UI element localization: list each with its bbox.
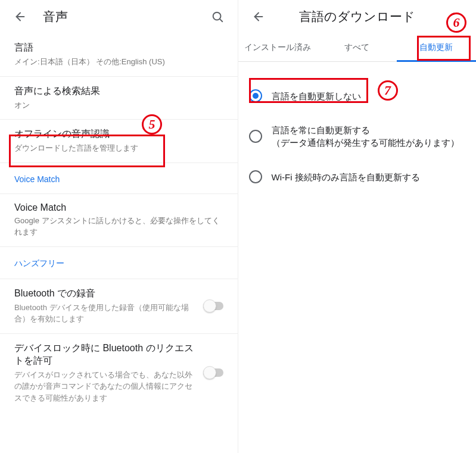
svg-line-2: [220, 19, 222, 21]
voice-match-title: Voice Match: [14, 202, 223, 213]
radio-label-3: Wi-Fi 接続時のみ言語を自動更新する: [272, 171, 420, 183]
voice-match-subtitle: Google アシスタントに話しかけると、必要な操作をしてくれます: [14, 215, 223, 238]
bt-record-subtitle: Bluetooth デバイスを使用した録音（使用可能な場合）を有効にします: [14, 302, 196, 325]
language-subtitle: メイン:日本語（日本） その他:English (US): [14, 56, 223, 68]
back-button[interactable]: [8, 5, 32, 29]
bt-record-switch[interactable]: [203, 302, 223, 310]
radio-icon-selected: [249, 89, 262, 102]
offline-recognition-row[interactable]: オフラインの音声認識 ダウンロードした言語を管理します: [0, 120, 238, 163]
appbar-left: 音声: [0, 0, 238, 33]
bt-record-title: Bluetooth での録音: [14, 288, 196, 300]
auto-update-radio-group: 言語を自動更新しない 言語を常に自動更新する （データ通信料が発生する可能性があ…: [238, 62, 477, 199]
page-title: 音声: [43, 8, 206, 25]
handsfree-section-label: ハンズフリー: [0, 247, 238, 279]
bt-lock-switch[interactable]: [203, 368, 223, 377]
offline-subtitle: ダウンロードした言語を管理します: [14, 142, 223, 154]
radio-icon: [249, 170, 262, 183]
page-title-right: 言語のダウンロード: [270, 8, 468, 25]
tab-all[interactable]: すべて: [318, 33, 397, 61]
back-button-right[interactable]: [247, 5, 270, 29]
language-row[interactable]: 言語 メイン:日本語（日本） その他:English (US): [0, 33, 238, 77]
language-title: 言語: [14, 42, 223, 54]
tabs: インストール済み すべて 自動更新: [238, 33, 477, 62]
tab-installed[interactable]: インストール済み: [238, 33, 318, 61]
radio-no-auto-update[interactable]: 言語を自動更新しない: [245, 79, 472, 113]
bt-lock-subtitle: デバイスがロックされている場合でも、あなた以外の誰かが音声コマンドであなたの個人…: [14, 369, 196, 404]
radio-always-auto-update[interactable]: 言語を常に自動更新する （データ通信料が発生する可能性があります）: [245, 113, 472, 160]
voice-match-section-label: Voice Match: [0, 163, 238, 194]
radio-icon: [249, 130, 262, 143]
search-button[interactable]: [206, 5, 229, 29]
search-icon: [211, 10, 224, 23]
arrow-back-icon: [14, 10, 27, 23]
language-download-pane: 言語のダウンロード インストール済み すべて 自動更新 言語を自動更新しない 言…: [238, 0, 477, 453]
radio-wifi-only-auto-update[interactable]: Wi-Fi 接続時のみ言語を自動更新する: [245, 160, 472, 194]
bluetooth-record-row[interactable]: Bluetooth での録音 Bluetooth デバイスを使用した録音（使用可…: [0, 279, 238, 334]
bt-lock-title: デバイスロック時に Bluetooth のリクエストを許可: [14, 342, 196, 367]
radio-label-1: 言語を自動更新しない: [272, 90, 361, 102]
appbar-right: 言語のダウンロード: [238, 0, 477, 33]
voice-match-row[interactable]: Voice Match Google アシスタントに話しかけると、必要な操作をし…: [0, 194, 238, 247]
voice-search-subtitle: オン: [14, 99, 223, 111]
voice-search-title: 音声による検索結果: [14, 85, 223, 98]
radio-label-2: 言語を常に自動更新する （データ通信料が発生する可能性があります）: [272, 124, 459, 149]
voice-search-row[interactable]: 音声による検索結果 オン: [0, 77, 238, 120]
arrow-back-icon: [252, 10, 265, 23]
tab-auto-update[interactable]: 自動更新: [397, 33, 476, 61]
bluetooth-lock-row[interactable]: デバイスロック時に Bluetooth のリクエストを許可 デバイスがロックされ…: [0, 334, 238, 413]
voice-settings-pane: 音声 言語 メイン:日本語（日本） その他:English (US) 音声による…: [0, 0, 238, 453]
offline-title: オフラインの音声認識: [14, 128, 223, 140]
